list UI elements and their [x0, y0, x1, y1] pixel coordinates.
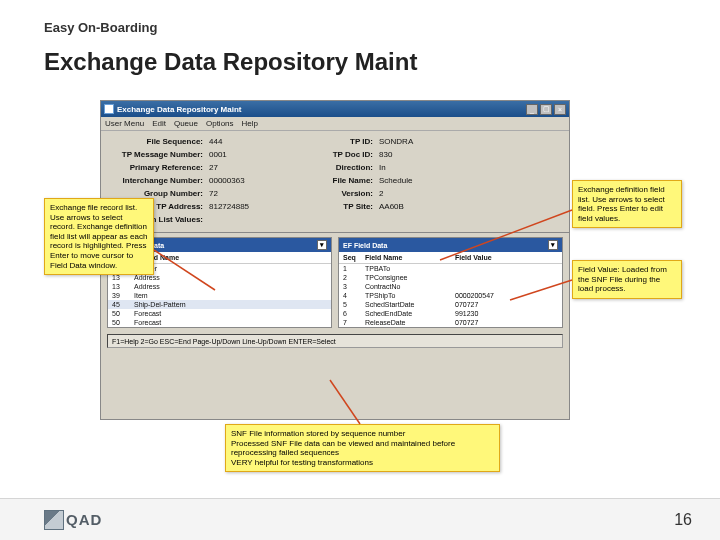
hdr-groupnum-v: 72 [209, 189, 309, 198]
menu-help[interactable]: Help [242, 119, 258, 128]
menu-options[interactable]: Options [206, 119, 234, 128]
cell [455, 265, 558, 272]
menu-user[interactable]: User Menu [105, 119, 144, 128]
table-row[interactable]: 3ContractNo [339, 282, 562, 291]
table-row[interactable]: 13Address [108, 282, 331, 291]
cell [455, 283, 558, 290]
cell: TPConsignee [365, 274, 455, 281]
table-row[interactable]: 1TPBATo [339, 264, 562, 273]
hdr-tp-docid-l: TP Doc ID: [309, 150, 379, 159]
col-recordname: Record Name [134, 254, 327, 261]
hdr-file-sequence-l: File Sequence: [109, 137, 209, 146]
dropdown-icon[interactable]: ▾ [548, 240, 558, 250]
hdr-interchange-l: Interchange Number: [109, 176, 209, 185]
cell: 50 [112, 319, 134, 326]
col-fname: Field Name [365, 254, 455, 261]
table-row[interactable]: 50Forecast [108, 318, 331, 327]
cell: 39 [112, 292, 134, 299]
table-row[interactable]: 4TPShipTo0000200547 [339, 291, 562, 300]
cell: 2 [343, 274, 365, 281]
hdr-tp-msg-v: 0001 [209, 150, 309, 159]
cell: 1 [343, 265, 365, 272]
table-row[interactable]: 5SchedStartDate070727 [339, 300, 562, 309]
hdr-tpsite-l: TP Site: [309, 202, 379, 211]
menubar: User Menu Edit Queue Options Help [101, 117, 569, 131]
cell: Forecast [134, 319, 327, 326]
hdr-interchange-v: 00000363 [209, 176, 309, 185]
dropdown-icon[interactable]: ▾ [317, 240, 327, 250]
minimize-button[interactable]: _ [526, 104, 538, 115]
hdr-tp-msg-l: TP Message Number: [109, 150, 209, 159]
cell: SchedStartDate [365, 301, 455, 308]
cell: 3 [343, 283, 365, 290]
table-row[interactable]: 2TPConsignee [339, 273, 562, 282]
menu-edit[interactable]: Edit [152, 119, 166, 128]
titlebar: Exchange Data Repository Maint _ ▢ × [101, 101, 569, 117]
cell: 50 [112, 310, 134, 317]
callout-bottom-info: SNF File information stored by sequence … [225, 424, 500, 472]
field-data-table[interactable]: EF Field Data ▾ Seq Field Name Field Val… [338, 237, 563, 328]
hdr-tpaddr-v: 812724885 [209, 202, 309, 211]
hdr-tp-docid-v: 830 [379, 150, 469, 159]
maximize-button[interactable]: ▢ [540, 104, 552, 115]
footer: QAD 16 [0, 498, 720, 540]
field-data-header: EF Field Data ▾ [339, 238, 562, 252]
cell: Ship-Del-Pattern [134, 301, 327, 308]
col-fval: Field Value [455, 254, 558, 261]
cell: Forecast [134, 310, 327, 317]
app-icon [104, 104, 114, 114]
slide-heading: Easy On-Boarding [44, 20, 157, 35]
cell: 070727 [455, 319, 558, 326]
cell: 5 [343, 301, 365, 308]
page-number: 16 [674, 511, 692, 529]
cell: 13 [112, 283, 134, 290]
cell: TPBATo [365, 265, 455, 272]
cell: ReleaseDate [365, 319, 455, 326]
qad-logo-text: QAD [66, 511, 102, 528]
hdr-primref-l: Primary Reference: [109, 163, 209, 172]
cell: Address [134, 274, 327, 281]
cell: 45 [112, 301, 134, 308]
hdr-filename-l: File Name: [309, 176, 379, 185]
close-button[interactable]: × [554, 104, 566, 115]
header-panel: File Sequence: 444 TP ID: SONDRA TP Mess… [101, 131, 569, 233]
app-window: Exchange Data Repository Maint _ ▢ × Use… [100, 100, 570, 420]
hdr-version-l: Version: [309, 189, 379, 198]
hdr-tp-id-v: SONDRA [379, 137, 469, 146]
cell: Item [134, 292, 327, 299]
table-row[interactable]: 39Item [108, 291, 331, 300]
qad-logo-icon [44, 510, 64, 530]
status-bar: F1=Help 2=Go ESC=End Page-Up/Down Line-U… [107, 334, 563, 348]
cell: Address [134, 283, 327, 290]
cell: ContractNo [365, 283, 455, 290]
cell: Header [134, 265, 327, 272]
col-seq: Seq [343, 254, 365, 261]
hdr-primref-v: 27 [209, 163, 309, 172]
table-row-selected[interactable]: 45Ship-Del-Pattern [108, 300, 331, 309]
hdr-tp-id-l: TP ID: [309, 137, 379, 146]
hdr-file-sequence-v: 444 [209, 137, 309, 146]
cell: 7 [343, 319, 365, 326]
table-row[interactable]: 7ReleaseDate070727 [339, 318, 562, 327]
cell: 6 [343, 310, 365, 317]
cell: 4 [343, 292, 365, 299]
cell: 991230 [455, 310, 558, 317]
hdr-version-v: 2 [379, 189, 469, 198]
callout-record-list: Exchange file record list. Use arrows to… [44, 198, 154, 275]
table-row[interactable]: 50Forecast [108, 309, 331, 318]
cell [455, 274, 558, 281]
hdr-direction-v: In [379, 163, 469, 172]
callout-field-list: Exchange definition field list. Use arro… [572, 180, 682, 228]
slide-title: Exchange Data Repository Maint [44, 48, 417, 76]
hdr-filename-v: Schedule [379, 176, 469, 185]
hdr-groupnum-l: Group Number: [109, 189, 209, 198]
window-title: Exchange Data Repository Maint [117, 105, 241, 114]
field-data-title: EF Field Data [343, 242, 544, 249]
qad-logo: QAD [44, 510, 102, 530]
hdr-tpsite-v: AA60B [379, 202, 469, 211]
cell: TPShipTo [365, 292, 455, 299]
menu-queue[interactable]: Queue [174, 119, 198, 128]
cell: 070727 [455, 301, 558, 308]
callout-field-value: Field Value: Loaded from the SNF File du… [572, 260, 682, 299]
table-row[interactable]: 6SchedEndDate991230 [339, 309, 562, 318]
